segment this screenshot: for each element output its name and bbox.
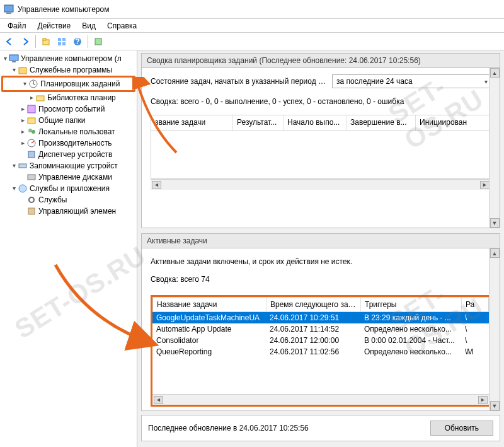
titlebar: Управление компьютером bbox=[0, 0, 504, 19]
forward-button[interactable] bbox=[18, 35, 32, 49]
tree-item-label: Управление дисками bbox=[38, 171, 112, 183]
svg-point-25 bbox=[29, 197, 34, 202]
chevron-down-icon[interactable]: ▾ bbox=[10, 160, 18, 171]
clock-icon bbox=[28, 79, 38, 89]
tree-task-library[interactable]: ▸ Библиотека планир bbox=[1, 92, 135, 103]
extra-button[interactable] bbox=[91, 35, 105, 49]
back-button[interactable] bbox=[3, 35, 16, 49]
col-result[interactable]: Результат... bbox=[233, 115, 284, 131]
svg-rect-16 bbox=[28, 105, 35, 113]
scroll-down-icon[interactable]: ▼ bbox=[490, 218, 500, 228]
chevron-right-icon[interactable]: ▸ bbox=[19, 126, 26, 137]
tree-shared-folders[interactable]: ▸ Общие папки bbox=[1, 115, 135, 126]
menu-file[interactable]: Файл bbox=[3, 20, 32, 32]
svg-rect-21 bbox=[28, 151, 35, 158]
scroll-right-icon[interactable]: ► bbox=[478, 396, 488, 404]
col-task-name[interactable]: Название задачи bbox=[153, 298, 266, 311]
tree-local-users[interactable]: ▸ Локальные пользоват bbox=[1, 126, 135, 137]
svg-rect-12 bbox=[12, 61, 16, 62]
users-icon bbox=[26, 127, 37, 137]
tree-wmi[interactable]: ▸ Управляющий элемен bbox=[1, 206, 135, 217]
wmi-icon bbox=[26, 206, 37, 216]
chevron-right-icon[interactable]: ▸ bbox=[19, 103, 26, 115]
col-name[interactable]: звание задачи bbox=[151, 115, 233, 131]
tree-performance[interactable]: ▸ Производительность bbox=[1, 137, 135, 149]
tree-item-label: Просмотр событий bbox=[38, 103, 105, 115]
cell-path: \M bbox=[461, 347, 489, 356]
view-button[interactable] bbox=[55, 35, 69, 49]
help-button[interactable]: ? bbox=[71, 35, 84, 49]
chevron-right-icon[interactable]: ▸ bbox=[19, 115, 26, 126]
window-title: Управление компьютером bbox=[18, 5, 109, 14]
svg-rect-11 bbox=[9, 55, 18, 61]
scroll-right-icon[interactable]: ► bbox=[480, 181, 490, 189]
tree-root-label: Управление компьютером (л bbox=[21, 53, 122, 64]
tree-system-tools[interactable]: ▾ Служебные программы bbox=[1, 64, 135, 76]
toolbar: ? bbox=[0, 33, 504, 50]
tree-services-apps[interactable]: ▾ Службы и приложения bbox=[1, 183, 135, 194]
menubar: Файл Действие Вид Справка bbox=[0, 19, 504, 33]
tree-device-manager[interactable]: ▸ Диспетчер устройств bbox=[1, 149, 135, 160]
chevron-right-icon[interactable]: ▸ bbox=[19, 137, 26, 149]
hscrollbar[interactable]: ◄ ► bbox=[151, 179, 491, 190]
tree-item-label: Служебные программы bbox=[30, 64, 112, 76]
svg-rect-1 bbox=[6, 13, 11, 14]
tools-icon bbox=[18, 65, 28, 75]
tree-item-label: Службы и приложения bbox=[30, 183, 110, 194]
scroll-left-icon[interactable]: ◄ bbox=[152, 181, 161, 189]
svg-rect-22 bbox=[19, 164, 26, 168]
menu-action[interactable]: Действие bbox=[33, 20, 76, 32]
period-label: Состояние задач, начатых в указанный пер… bbox=[151, 77, 327, 86]
tree-root[interactable]: ▾ Управление компьютером (л bbox=[1, 53, 135, 64]
chevron-down-icon[interactable]: ▾ bbox=[10, 64, 18, 76]
svg-rect-0 bbox=[4, 5, 13, 12]
svg-rect-3 bbox=[43, 38, 46, 40]
cell-name: GoogleUpdateTaskMachineUA bbox=[152, 313, 266, 322]
chevron-down-icon[interactable]: ▾ bbox=[10, 183, 18, 194]
up-button[interactable] bbox=[39, 35, 53, 49]
svg-rect-7 bbox=[62, 42, 66, 45]
active-header[interactable]: Активные задачи bbox=[141, 233, 500, 248]
scroll-down-icon[interactable]: ▼ bbox=[490, 401, 500, 410]
period-value: за последние 24 часа bbox=[336, 77, 413, 86]
chevron-down-icon[interactable]: ▾ bbox=[1, 53, 9, 64]
scroll-up-icon[interactable]: ▲ bbox=[490, 248, 500, 258]
cell-next: 24.06.2017 11:14:52 bbox=[266, 325, 360, 334]
svg-rect-26 bbox=[28, 208, 35, 214]
scroll-left-icon[interactable]: ◄ bbox=[154, 396, 163, 404]
storage-icon bbox=[18, 161, 28, 171]
last-updated: Последнее обновление в 24.06.2017 10:25:… bbox=[148, 424, 309, 432]
separator bbox=[35, 35, 36, 48]
disk-icon bbox=[26, 172, 37, 182]
col-next-run[interactable]: Время следующего зап... bbox=[266, 298, 361, 311]
chevron-right-icon[interactable]: ▸ bbox=[28, 92, 35, 103]
refresh-button[interactable]: Обновить bbox=[430, 421, 493, 436]
gear-icon bbox=[26, 195, 37, 205]
svg-rect-23 bbox=[28, 175, 35, 180]
chevron-down-icon[interactable]: ▾ bbox=[21, 78, 28, 90]
services-icon bbox=[18, 183, 28, 194]
event-icon bbox=[26, 104, 37, 114]
hscrollbar[interactable]: ◄ ► bbox=[152, 394, 489, 405]
tree-disk-mgmt[interactable]: ▸ Управление дисками bbox=[1, 171, 135, 183]
bottom-bar: Последнее обновление в 24.06.2017 10:25:… bbox=[141, 415, 500, 441]
cell-next: 24.06.2017 11:02:56 bbox=[266, 347, 360, 356]
col-start[interactable]: Начало выпо... bbox=[284, 115, 346, 131]
svg-rect-10 bbox=[95, 38, 101, 45]
tree-pane: ▾ Управление компьютером (л ▾ Служебные … bbox=[0, 50, 137, 447]
cell-name: Consolidator bbox=[152, 336, 266, 345]
cell-name: Automatic App Update bbox=[152, 325, 266, 334]
tree-event-viewer[interactable]: ▸ Просмотр событий bbox=[1, 103, 135, 115]
perf-icon bbox=[26, 138, 37, 148]
cell-next: 24.06.2017 12:00:00 bbox=[266, 336, 360, 345]
tree-storage[interactable]: ▾ Запоминающие устройст bbox=[1, 160, 135, 171]
svg-text:?: ? bbox=[75, 37, 79, 46]
menu-help[interactable]: Справка bbox=[102, 20, 142, 32]
svg-rect-4 bbox=[58, 38, 61, 41]
tree-task-scheduler[interactable]: ▾ Планировщик заданий bbox=[1, 76, 135, 92]
svg-rect-6 bbox=[58, 42, 61, 45]
tree-item-label: Общие папки bbox=[38, 115, 85, 126]
menu-view[interactable]: Вид bbox=[77, 20, 101, 32]
tree-item-label: Планировщик заданий bbox=[40, 78, 120, 90]
tree-services[interactable]: ▸ Службы bbox=[1, 194, 135, 206]
